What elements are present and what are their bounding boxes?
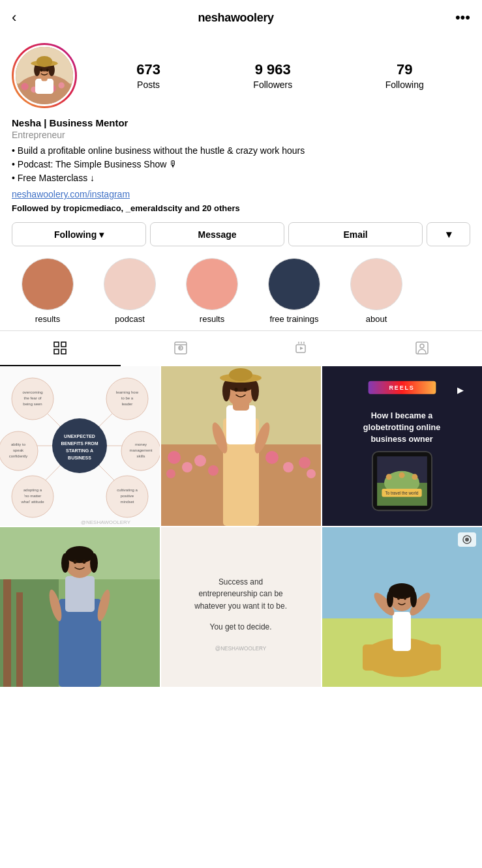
bio-text: • Build a profitable online business wit… bbox=[12, 144, 470, 185]
svg-point-140 bbox=[404, 597, 406, 600]
tab-bar bbox=[0, 330, 482, 366]
mindmap-svg: UNEXPECTED BENEFITS FROM STARTING A BUSI… bbox=[0, 366, 160, 526]
svg-point-139 bbox=[397, 597, 400, 600]
svg-point-29 bbox=[420, 344, 424, 348]
svg-text:skills: skills bbox=[137, 454, 145, 458]
highlight-label-5: about bbox=[366, 314, 387, 324]
svg-point-76 bbox=[299, 457, 310, 469]
bio-category: Entrepreneur bbox=[12, 130, 470, 140]
svg-point-143 bbox=[465, 538, 469, 542]
svg-text:what' attitude: what' attitude bbox=[20, 500, 44, 504]
highlight-about[interactable]: about bbox=[340, 258, 412, 324]
svg-point-77 bbox=[307, 469, 316, 478]
highlight-results-2[interactable]: results bbox=[176, 258, 248, 324]
bio-line3: • Free Masterclass ↓ bbox=[12, 171, 470, 185]
tab-tagged[interactable] bbox=[361, 331, 482, 366]
svg-text:speak: speak bbox=[13, 448, 24, 452]
svg-text:▶: ▶ bbox=[457, 386, 464, 395]
svg-rect-113 bbox=[65, 576, 95, 612]
bio-link[interactable]: neshawoolery.com/instagram bbox=[12, 189, 470, 199]
svg-text:BUSINESS: BUSINESS bbox=[68, 456, 91, 460]
avatar[interactable] bbox=[12, 43, 77, 108]
message-button[interactable]: Message bbox=[150, 222, 284, 246]
action-buttons: Following ▾ Message Email ▾ bbox=[0, 222, 482, 246]
svg-point-102 bbox=[386, 474, 392, 480]
svg-point-15 bbox=[37, 56, 52, 67]
post-6[interactable] bbox=[322, 527, 482, 687]
svg-text:being seen: being seen bbox=[23, 402, 42, 406]
post-3[interactable]: REELS ▶ How I became a globetrotting onl… bbox=[322, 366, 482, 526]
post-2[interactable] bbox=[161, 366, 321, 526]
highlight-free-trainings[interactable]: free trainings bbox=[258, 258, 330, 324]
profile-username: neshawoolery bbox=[198, 11, 273, 25]
followers-stat[interactable]: 9 963 Followers bbox=[253, 61, 292, 90]
posts-count: 673 bbox=[136, 61, 160, 78]
following-stat[interactable]: 79 Following bbox=[385, 61, 424, 90]
tab-igtv[interactable] bbox=[241, 331, 362, 366]
svg-text:'no matter: 'no matter bbox=[24, 494, 42, 498]
svg-rect-112 bbox=[59, 599, 101, 687]
reels-icon bbox=[173, 340, 188, 356]
svg-marker-27 bbox=[300, 347, 303, 350]
avatar-image bbox=[14, 45, 75, 106]
svg-point-17 bbox=[46, 68, 49, 72]
post-6-svg bbox=[322, 527, 482, 687]
stats-row: 673 Posts 9 963 Followers 79 Following bbox=[90, 61, 470, 90]
followers-label: Followers bbox=[253, 80, 292, 90]
followers-count: 9 963 bbox=[255, 61, 291, 78]
highlight-label-3: results bbox=[200, 314, 224, 324]
highlight-podcast[interactable]: podcast bbox=[94, 258, 166, 324]
followed-by-suffix: and 20 others bbox=[183, 203, 240, 213]
svg-rect-111 bbox=[16, 592, 23, 687]
svg-point-89 bbox=[235, 388, 238, 392]
svg-point-103 bbox=[399, 472, 405, 478]
svg-point-75 bbox=[283, 462, 294, 472]
more-options-button[interactable]: ••• bbox=[455, 9, 470, 26]
svg-text:Success and: Success and bbox=[218, 577, 263, 586]
svg-point-74 bbox=[265, 451, 279, 464]
following-button[interactable]: Following ▾ bbox=[12, 222, 146, 246]
svg-text:overcoming: overcoming bbox=[22, 390, 42, 394]
svg-point-86 bbox=[251, 381, 259, 401]
svg-text:To travel the world: To travel the world bbox=[385, 491, 419, 495]
svg-text:to be a: to be a bbox=[121, 396, 134, 400]
more-button[interactable]: ▾ bbox=[427, 222, 470, 246]
svg-text:You get to decide.: You get to decide. bbox=[210, 622, 272, 631]
post-4[interactable] bbox=[0, 527, 160, 687]
svg-text:positive: positive bbox=[121, 494, 134, 498]
bio-section: Nesha | Business Mentor Entrepreneur • B… bbox=[0, 117, 482, 213]
tab-grid[interactable] bbox=[0, 331, 121, 366]
post-3-svg: REELS ▶ How I became a globetrotting onl… bbox=[330, 374, 474, 518]
svg-text:STARTING A: STARTING A bbox=[66, 448, 93, 453]
svg-marker-25 bbox=[179, 347, 182, 349]
bio-name: Nesha | Business Mentor bbox=[12, 117, 470, 128]
svg-text:cultivating a: cultivating a bbox=[117, 488, 138, 492]
svg-point-118 bbox=[74, 560, 77, 564]
highlight-circle-4 bbox=[268, 258, 320, 310]
back-button[interactable]: ‹ bbox=[12, 9, 16, 26]
svg-point-138 bbox=[410, 590, 417, 607]
post-1[interactable]: UNEXPECTED BENEFITS FROM STARTING A BUSI… bbox=[0, 366, 160, 526]
grid-icon bbox=[52, 340, 68, 356]
svg-rect-20 bbox=[54, 349, 59, 354]
posts-stat[interactable]: 673 Posts bbox=[136, 61, 160, 90]
tab-reels[interactable] bbox=[121, 331, 241, 366]
svg-point-117 bbox=[90, 553, 98, 573]
svg-rect-110 bbox=[3, 579, 11, 687]
followed-by-names: tropicmediaco, _emeraldscity bbox=[63, 203, 183, 213]
highlight-circle-5 bbox=[350, 258, 402, 310]
svg-point-137 bbox=[387, 590, 393, 607]
svg-point-37 bbox=[52, 418, 107, 473]
highlight-results-1[interactable]: results bbox=[12, 258, 83, 324]
svg-text:globetrotting online: globetrotting online bbox=[363, 423, 440, 432]
svg-point-104 bbox=[412, 474, 417, 480]
post-5[interactable]: Success and entrepreneurship can be what… bbox=[161, 527, 321, 687]
followed-by-prefix: Followed by bbox=[12, 203, 63, 213]
svg-rect-79 bbox=[226, 405, 256, 444]
svg-point-71 bbox=[166, 469, 175, 478]
svg-text:entrepreneurship can be: entrepreneurship can be bbox=[198, 589, 283, 598]
svg-point-72 bbox=[194, 455, 206, 467]
tagged-icon bbox=[414, 340, 430, 356]
svg-point-6 bbox=[59, 82, 65, 88]
email-button[interactable]: Email bbox=[288, 222, 423, 246]
